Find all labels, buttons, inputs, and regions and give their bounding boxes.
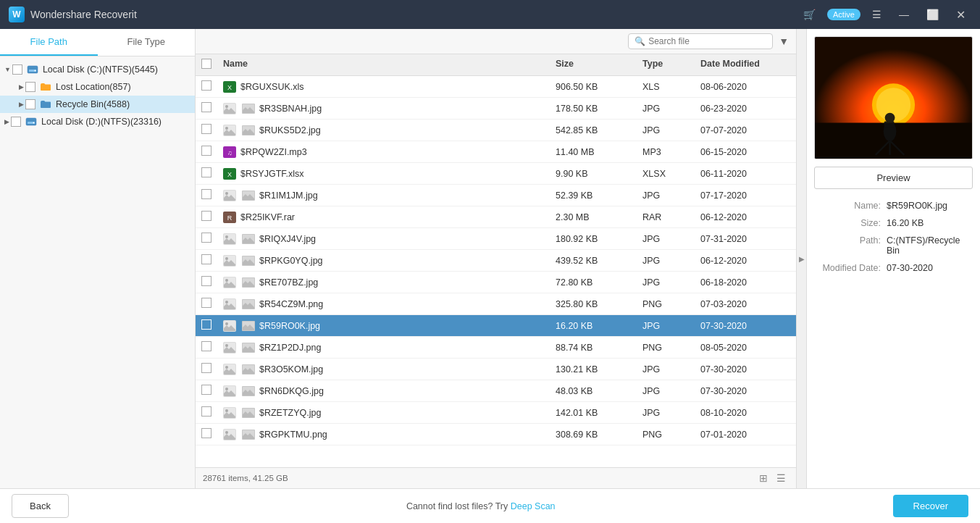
row-name: $R3SBNAH.jpg bbox=[217, 99, 550, 119]
table-row[interactable]: $RUKS5D2.jpg 542.85 KB JPG 07-07-2020 bbox=[196, 120, 796, 141]
row-checkbox[interactable] bbox=[196, 380, 217, 401]
row-name: $R1IM1JM.jpg bbox=[217, 185, 550, 206]
preview-button[interactable]: Preview bbox=[814, 167, 973, 189]
row-type: JPG bbox=[637, 121, 695, 140]
tree-item-recycle[interactable]: ▶ Recycle Bin(4588) bbox=[0, 96, 195, 113]
checkbox-c[interactable] bbox=[12, 64, 22, 75]
row-type: XLSX bbox=[637, 164, 695, 183]
table-row[interactable]: $R1IM1JM.jpg 52.39 KB JPG 07-17-2020 bbox=[196, 185, 796, 206]
row-type: PNG bbox=[637, 338, 695, 357]
cart-button[interactable]: 🛒 bbox=[797, 6, 821, 23]
row-checkbox[interactable] bbox=[196, 359, 217, 380]
tree-label-d: Local Disk (D:)(NTFS)(23316) bbox=[41, 117, 189, 127]
tab-filepath[interactable]: File Path bbox=[0, 29, 98, 56]
info-name-value: $R59RO0K.jpg bbox=[887, 201, 947, 211]
row-size: 52.39 KB bbox=[550, 186, 637, 205]
info-modified-label: Modified Date: bbox=[814, 263, 887, 273]
table-row[interactable]: $RE707BZ.jpg 72.80 KB JPG 06-18-2020 bbox=[196, 272, 796, 293]
col-type[interactable]: Type bbox=[637, 59, 695, 71]
row-date: 07-01-2020 bbox=[695, 425, 796, 444]
row-checkbox[interactable] bbox=[196, 250, 217, 271]
tree-item-local-d[interactable]: ▶ Local Disk (D:)(NTFS)(23316) bbox=[0, 113, 195, 130]
grid-view-icon[interactable]: ⊞ bbox=[756, 471, 771, 485]
svg-text:♫: ♫ bbox=[227, 148, 233, 156]
table-row[interactable]: $RZ1P2DJ.png 88.74 KB PNG 08-05-2020 bbox=[196, 337, 796, 359]
filter-icon[interactable]: ▼ bbox=[779, 35, 789, 47]
table-row[interactable]: $R54CZ9M.png 325.80 KB PNG 07-03-2020 bbox=[196, 293, 796, 315]
tree-item-local-c[interactable]: ▼ Local Disk (C:)(NTFS)(5445) bbox=[0, 61, 195, 78]
status-bar: 28761 items, 41.25 GB ⊞ ☰ bbox=[196, 467, 796, 488]
row-date: 07-17-2020 bbox=[695, 186, 796, 205]
row-checkbox[interactable] bbox=[196, 228, 217, 249]
table-row[interactable]: $RIQXJ4V.jpg 180.92 KB JPG 07-31-2020 bbox=[196, 228, 796, 250]
checkbox-lost[interactable] bbox=[25, 82, 35, 92]
menu-button[interactable]: ☰ bbox=[866, 6, 887, 23]
checkbox-d[interactable] bbox=[11, 117, 21, 127]
row-checkbox[interactable] bbox=[196, 185, 217, 206]
row-checkbox[interactable] bbox=[196, 315, 217, 336]
table-row[interactable]: $RN6DKQG.jpg 48.03 KB JPG 07-30-2020 bbox=[196, 380, 796, 402]
row-size: 11.40 MB bbox=[550, 143, 637, 162]
row-date: 07-30-2020 bbox=[695, 317, 796, 335]
row-date: 06-11-2020 bbox=[695, 164, 796, 183]
table-row[interactable]: $R3O5KOM.jpg 130.21 KB JPG 07-30-2020 bbox=[196, 359, 796, 380]
table-row[interactable]: R $R25IKVF.rar 2.30 MB RAR 06-12-2020 bbox=[196, 206, 796, 228]
folder-icon-lost bbox=[39, 82, 52, 92]
svg-point-5 bbox=[33, 122, 35, 124]
row-size: 88.74 KB bbox=[550, 338, 637, 357]
recover-button[interactable]: Recover bbox=[893, 495, 968, 517]
row-date: 07-07-2020 bbox=[695, 121, 796, 140]
table-row[interactable]: X $RSYJGTF.xlsx 9.90 KB XLSX 06-11-2020 bbox=[196, 163, 796, 185]
bottom-message: Cannot find lost files? Try Deep Scan bbox=[406, 501, 556, 511]
row-size: 180.92 KB bbox=[550, 230, 637, 248]
table-row[interactable]: $RZETZYQ.jpg 142.01 KB JPG 08-10-2020 bbox=[196, 402, 796, 424]
row-date: 06-15-2020 bbox=[695, 143, 796, 162]
table-row[interactable]: $RGPKTMU.png 308.69 KB PNG 07-01-2020 bbox=[196, 424, 796, 445]
table-row[interactable]: $R3SBNAH.jpg 178.50 KB JPG 06-23-2020 bbox=[196, 98, 796, 120]
search-icon: 🔍 bbox=[635, 36, 645, 46]
list-view-icon[interactable]: ☰ bbox=[774, 471, 789, 485]
row-name: $R54CZ9M.png bbox=[217, 294, 550, 314]
tree-label-c: Local Disk (C:)(NTFS)(5445) bbox=[43, 64, 189, 75]
row-date: 06-23-2020 bbox=[695, 99, 796, 118]
row-checkbox[interactable] bbox=[196, 163, 217, 184]
row-type: JPG bbox=[637, 230, 695, 248]
back-button[interactable]: Back bbox=[12, 494, 69, 518]
row-checkbox[interactable] bbox=[196, 98, 217, 119]
tab-filetype[interactable]: File Type bbox=[98, 29, 196, 56]
row-checkbox[interactable] bbox=[196, 337, 217, 358]
table-row[interactable]: $R59RO0K.jpg 16.20 KB JPG 07-30-2020 bbox=[196, 315, 796, 337]
row-checkbox[interactable] bbox=[196, 141, 217, 162]
tree-item-lost[interactable]: ▶ Lost Location(857) bbox=[0, 78, 195, 96]
row-checkbox[interactable] bbox=[196, 76, 217, 97]
table-row[interactable]: $RPKG0YQ.jpg 439.52 KB JPG 06-12-2020 bbox=[196, 250, 796, 272]
col-size[interactable]: Size bbox=[550, 59, 637, 71]
table-row[interactable]: ♫ $RPQW2ZI.mp3 11.40 MB MP3 06-15-2020 bbox=[196, 141, 796, 163]
col-date[interactable]: Date Modified bbox=[695, 59, 796, 71]
title-bar-right: 🛒 Active ☰ — ⬜ ✕ bbox=[797, 5, 971, 25]
row-checkbox[interactable] bbox=[196, 206, 217, 227]
row-name: $RGPKTMU.png bbox=[217, 424, 550, 445]
file-list: X $RGUXSUK.xls 906.50 KB XLS 08-06-2020 bbox=[196, 76, 796, 467]
row-checkbox[interactable] bbox=[196, 402, 217, 423]
col-name[interactable]: Name bbox=[217, 59, 550, 71]
svg-point-36 bbox=[225, 257, 228, 260]
main-container: File Path File Type ▼ Local Disk (C bbox=[0, 29, 980, 523]
file-table-header: Name Size Type Date Modified bbox=[196, 54, 796, 76]
checkbox-recycle[interactable] bbox=[25, 99, 35, 109]
info-size-label: Size: bbox=[814, 218, 887, 228]
close-button[interactable]: ✕ bbox=[950, 5, 971, 25]
row-type: JPG bbox=[637, 251, 695, 270]
table-row[interactable]: X $RGUXSUK.xls 906.50 KB XLS 08-06-2020 bbox=[196, 76, 796, 98]
deep-scan-link[interactable]: Deep Scan bbox=[511, 501, 556, 511]
row-checkbox[interactable] bbox=[196, 424, 217, 445]
search-input[interactable] bbox=[648, 36, 766, 46]
row-checkbox[interactable] bbox=[196, 272, 217, 293]
svg-point-2 bbox=[34, 70, 35, 72]
row-checkbox[interactable] bbox=[196, 120, 217, 141]
expand-icon-d: ▶ bbox=[4, 118, 9, 125]
maximize-button[interactable]: ⬜ bbox=[921, 6, 945, 23]
panel-collapse-btn[interactable]: ▶ bbox=[796, 29, 806, 488]
minimize-button[interactable]: — bbox=[893, 6, 915, 23]
row-checkbox[interactable] bbox=[196, 293, 217, 314]
